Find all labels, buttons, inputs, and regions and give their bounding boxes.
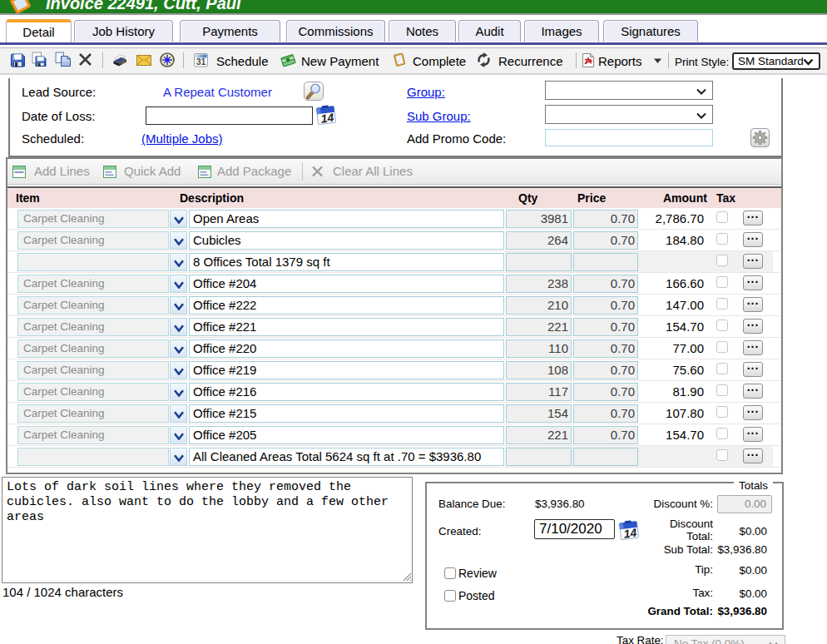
svg-text:31: 31 [196, 57, 206, 67]
svg-text:14: 14 [623, 526, 638, 540]
svg-text:14: 14 [320, 111, 335, 125]
